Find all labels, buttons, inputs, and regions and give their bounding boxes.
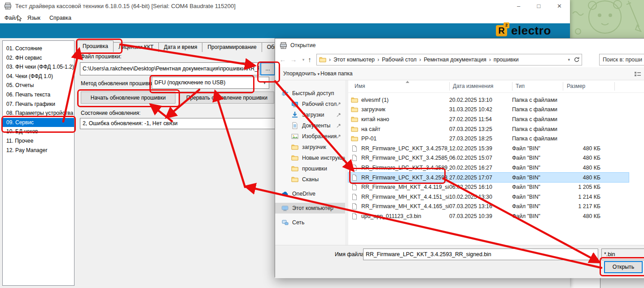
file-row[interactable]: RR_Firmware_LPC_KKT_3.4.2589_RR_sign...2… [348,163,629,173]
nav-item-OneDrive[interactable]: OneDrive [275,188,345,199]
file-list: ИмяДата измененияТипРазмер elvesmf (1)20… [348,80,644,245]
nav-item-Рабочий стол[interactable]: Рабочий стол [275,99,345,109]
file-row[interactable]: загрузчик31.03.2025 10:42Папка с файлами [348,105,629,115]
file-type: Файл "BIN" [512,213,563,219]
breadcrumb-segment[interactable]: Этот компьютер [333,57,375,63]
nav-item-прошивки[interactable]: прошивки [275,163,345,174]
breadcrumb-separator-icon: › [486,57,494,63]
file-row[interactable]: RR_Firmware_MH_KKT_4.4.165_signed.bin07.… [348,202,629,212]
nav-item-Новые инструкции[interactable]: Новые инструкции [275,153,345,163]
app-printer-icon [4,2,12,10]
sidebar-item[interactable]: 11. Прочее [3,136,74,146]
file-row[interactable]: RR_Firmware_LPC_KKT_3.4.2578_RR_sign...1… [348,144,629,153]
nav-item-Загрузки[interactable]: Загрузки [275,109,345,120]
sidebar-item[interactable]: 07. Печать графики [3,100,74,109]
file-row[interactable]: RR_Firmware_MH_KKT_4.4.151_signed.bin10.… [348,192,629,202]
sidebar-item[interactable]: 10. БД чеков [3,127,74,136]
file-name: RR_Firmware_LPC_KKT_3.4.2585_RR_sign... [361,155,449,161]
folder-icon [319,56,326,63]
organize-menu[interactable]: Упорядочить ▾ [283,67,320,80]
sidebar-item[interactable]: 04. Чеки (ФФД 1.0) [3,72,74,81]
column-header-Имя[interactable]: Имя [355,80,444,92]
filetype-combobox[interactable]: *.bin [601,249,644,260]
firmware-path-field[interactable]: C:\Users\a.rakcheev\Desktop\Ремнтная док… [80,62,259,75]
back-icon[interactable]: ← [278,52,288,67]
sidebar-item[interactable]: 05. Отчеты [3,81,74,90]
abort-update-button[interactable]: Прервать обновление прошивки [180,92,274,104]
nav-item-Сеть[interactable]: Сеть [275,217,345,228]
breadcrumb[interactable]: ›Этот компьютер›Рабочий стол›Ремнтная до… [316,54,582,65]
update-method-value: DFU (подключение по USB) [154,79,225,86]
file-row[interactable]: upd_app_011123_c3.bin07.03.2025 10:39Фай… [348,211,629,221]
file-icon [351,154,358,161]
nav-item-Документы[interactable]: Документы [275,120,345,131]
sidebar-item[interactable]: 02. ФН сервис [3,53,74,63]
column-header-Размер[interactable]: Размер [567,80,607,92]
menu-item-Язык[interactable]: Язык [23,13,45,23]
new-folder-button[interactable]: Новая папка [320,67,353,80]
open-button[interactable]: Открыть [604,261,643,273]
folder-icon [291,154,298,161]
file-type: Папка с файлами [512,116,563,122]
pin-icon [336,123,342,129]
breadcrumb-segment[interactable]: прошивки [494,57,519,63]
menu-item-Файл[interactable]: Файл [0,13,23,23]
file-size: 480 КБ [563,145,610,152]
address-chevron-icon[interactable]: ▾ [568,57,570,62]
file-row[interactable]: RR_Firmware_MH_KKT_4.4.119_signed.bin06.… [348,182,629,192]
file-icon [351,145,358,152]
file-row[interactable]: на сайт07.03.2025 13:25Папка с файлами [348,124,629,134]
file-date: 10.02.2025 13:30 [449,194,512,200]
sidebar-item[interactable]: 03. ФН чеки (ФФД 1.05-1.2) [3,62,74,72]
search-input[interactable]: Поиск в: проши [599,54,644,65]
nav-item-label: прошивки [302,166,327,172]
minimize-button[interactable]: – [508,0,529,13]
dialog-navrow: ← → ▾ ↑ ›Этот компьютер›Рабочий стол›Рем… [275,52,644,67]
sidebar-item[interactable]: 08. Параметры устройства [3,109,74,118]
file-type: Папка с файлами [512,135,563,142]
refresh-icon[interactable] [574,57,580,63]
nav-item-label: Загрузки [302,112,324,118]
nav-item-Быстрый доступ[interactable]: Быстрый доступ [275,88,345,99]
up-icon[interactable]: ↑ [305,52,315,67]
browse-button[interactable]: ... [260,62,275,75]
file-type: Файл "BIN" [512,145,563,152]
filename-input[interactable]: RR_Firmware_LPC_KKT_3.4.2593_RR_signed.b… [363,249,598,260]
breadcrumb-segment[interactable]: Ремнтная документация [424,57,486,63]
file-date: 27.03.2025 18:25 [449,135,512,142]
maximize-button[interactable]: □ [529,0,549,13]
file-name: RR_Firmware_MH_KKT_4.4.119_signed.bin [361,184,449,190]
update-method-combobox[interactable]: DFU (подключение по USB) ▾ [152,77,269,89]
tab-Программирование[interactable]: Программирование [202,42,262,52]
nav-item-Сканы[interactable]: Сканы [275,174,345,185]
start-update-button[interactable]: Начать обновление прошивки [81,92,175,104]
file-size: 480 КБ [563,213,610,219]
nav-item-label: Документы [302,122,330,129]
nav-item-Этот компьютер[interactable]: Этот компьютер [275,203,345,214]
nav-item-загрузчик[interactable]: загрузчик [275,142,345,153]
file-row[interactable]: elvesmf (1)20.02.2025 13:10Папка с файла… [348,95,629,105]
file-size: 1 205 КБ [563,184,610,190]
tab-Лицензии ККТ[interactable]: Лицензии ККТ [113,42,159,52]
file-row[interactable]: RR_Firmware_LPC_KKT_3.4.2585_RR_sign...0… [348,153,629,163]
sidebar-item[interactable]: 06. Печать текста [3,90,74,100]
forward-icon[interactable]: → [289,52,298,67]
file-row[interactable]: PP-0127.03.2025 18:25Папка с файлами [348,134,629,144]
sidebar-item[interactable]: 12. Pay Manager [3,146,74,155]
menu-item-Справка[interactable]: Справка [45,13,76,23]
file-type: Файл "BIN" [512,165,563,171]
chevron-down-icon: ▾ [263,77,266,88]
tab-Прошивка[interactable]: Прошивка [77,40,114,52]
view-options-icon[interactable] [634,70,641,77]
column-header-Дата изменения[interactable]: Дата изменения [453,80,511,92]
breadcrumb-segment[interactable]: Рабочий стол [382,57,416,63]
file-row[interactable]: RR_Firmware_LPC_KKT_3.4.2593_RR_sign...2… [348,173,629,183]
sidebar-item[interactable]: 09. Сервис [3,118,74,127]
file-row[interactable]: китай нано27.02.2025 11:54Папка с файлам… [348,114,629,124]
sidebar-item[interactable]: 01. Состояние [3,44,74,53]
nav-item-label: Сканы [302,176,319,183]
close-button[interactable]: ✕ [549,0,570,13]
column-header-Тип[interactable]: Тип [516,80,562,92]
nav-item-Изображения[interactable]: Изображения [275,131,345,142]
tab-Дата и время[interactable]: Дата и время [158,42,202,52]
